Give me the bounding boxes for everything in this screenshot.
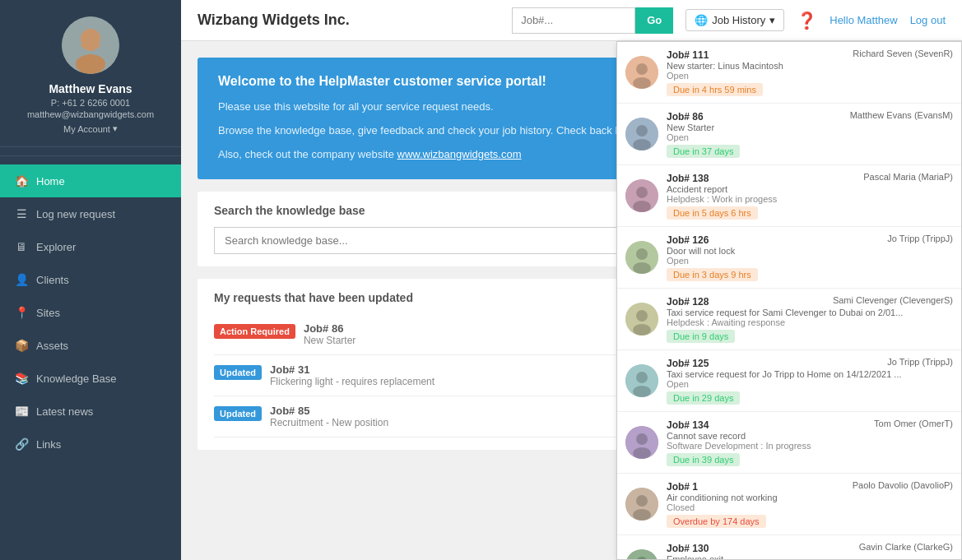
jh-avatar: [625, 549, 658, 560]
jh-desc: Taxi service request for Sami Clevenger …: [667, 308, 953, 317]
svg-point-20: [636, 372, 648, 383]
jh-jobnum: Job# 86: [667, 111, 704, 123]
sidebar-item-knowledge-base[interactable]: 📚Knowledge Base: [0, 362, 181, 395]
jh-due: Due in 5 days 6 hrs: [667, 206, 758, 220]
jh-jobnum: Job# 128: [667, 296, 709, 308]
sidebar-label-links: Links: [36, 438, 61, 451]
sidebar-label-clients: Clients: [36, 274, 69, 286]
my-account-link[interactable]: My Account ▾: [63, 123, 118, 134]
svg-point-9: [633, 139, 651, 150]
jh-due: Due in 39 days: [667, 453, 740, 466]
svg-point-5: [636, 63, 648, 75]
jh-details: Job# 126Jo Tripp (TrippJ) Door will not …: [667, 234, 953, 281]
jh-jobnum: Job# 125: [667, 358, 709, 369]
sidebar-label-assets: Assets: [36, 340, 68, 352]
jh-desc: Employee exit: [667, 554, 953, 560]
job-history-item[interactable]: Job# 86Matthew Evans (EvansM) New Starte…: [617, 104, 961, 165]
req-badge: Updated: [214, 365, 262, 380]
jh-due: Due in 37 days: [667, 145, 740, 158]
jh-assignee: Matthew Evans (EvansM): [850, 110, 953, 120]
job-search-button[interactable]: Go: [635, 7, 673, 34]
jh-due: Due in 29 days: [667, 391, 740, 405]
logout-button[interactable]: Log out: [910, 14, 946, 26]
jh-avatar: [625, 241, 658, 274]
svg-point-12: [633, 201, 651, 212]
jh-assignee: Richard Seven (SevenR): [853, 49, 953, 58]
svg-point-18: [633, 324, 651, 336]
jh-status: Helpdesk : Work in progess: [667, 194, 953, 204]
sidebar-label-sites: Sites: [36, 307, 60, 319]
job-history-button[interactable]: 🌐 Job History ▾: [685, 9, 784, 31]
jh-due: Due in 4 hrs 59 mins: [667, 83, 763, 96]
sidebar-label-knowledge-base: Knowledge Base: [36, 373, 117, 385]
svg-point-8: [636, 125, 648, 137]
sidebar-profile: Matthew Evans P: +61 2 6266 0001 matthew…: [0, 0, 181, 147]
topbar: Wizbang Widgets Inc. Go 🌐 Job History ▾ …: [181, 0, 962, 41]
req-info: Job# 31 Flickering light - requires repl…: [270, 363, 635, 387]
job-history-item[interactable]: Job# 128Sami Clevenger (ClevengerS) Taxi…: [617, 289, 961, 350]
jh-status: Open: [667, 71, 953, 81]
jh-status: Helpdesk : Awaiting response: [667, 317, 953, 327]
svg-point-26: [636, 495, 648, 507]
jh-details: Job# 134Tom Omer (OmerT) Cannot save rec…: [667, 419, 953, 466]
sidebar-item-latest-news[interactable]: 📰Latest news: [0, 395, 181, 428]
svg-point-6: [633, 77, 651, 89]
jh-jobnum: Job# 126: [667, 234, 709, 246]
jh-details: Job# 138Pascal Maria (MariaP) Accident r…: [667, 172, 953, 220]
main-content: Wizbang Widgets Inc. Go 🌐 Job History ▾ …: [181, 0, 962, 560]
jh-desc: Accident report: [667, 184, 953, 194]
job-history-item[interactable]: Job# 130Gavin Clarke (ClarkeG) Employee …: [617, 535, 961, 560]
sidebar-item-sites[interactable]: 📍Sites: [0, 296, 181, 329]
job-history-item[interactable]: Job# 1Paolo Davolio (DavolioP) Air condi…: [617, 474, 961, 535]
jh-avatar: [625, 364, 658, 397]
jh-details: Job# 128Sami Clevenger (ClevengerS) Taxi…: [667, 295, 953, 343]
help-button[interactable]: ❓: [797, 11, 817, 30]
jh-details: Job# 125Jo Tripp (TrippJ) Taxi service r…: [667, 357, 953, 405]
sidebar-label-log-new-request: Log new request: [36, 208, 115, 220]
links-icon: 🔗: [15, 437, 28, 451]
jh-assignee: Jo Tripp (TrippJ): [887, 357, 953, 367]
jh-assignee: Sami Clevenger (ClevengerS): [833, 295, 953, 305]
explorer-icon: 🖥: [15, 240, 28, 253]
sidebar-item-links[interactable]: 🔗Links: [0, 428, 181, 460]
jh-jobnum: Job# 1: [667, 481, 698, 493]
jh-avatar: [625, 118, 658, 150]
job-history-item[interactable]: Job# 138Pascal Maria (MariaP) Accident r…: [617, 165, 961, 227]
jh-jobnum: Job# 111: [667, 49, 709, 61]
user-name: Matthew Evans: [49, 82, 132, 95]
jh-assignee: Paolo Davolio (DavolioP): [853, 480, 953, 490]
latest-news-icon: 📰: [15, 405, 28, 418]
hello-label[interactable]: Hello Matthew: [830, 14, 897, 26]
sidebar-item-assets[interactable]: 📦Assets: [0, 329, 181, 362]
sidebar-item-explorer[interactable]: 🖥Explorer: [0, 230, 181, 263]
sidebar-item-log-new-request[interactable]: ☰Log new request: [0, 197, 181, 230]
jh-jobnum: Job# 130: [667, 543, 709, 554]
sidebar-nav: 🏠Home☰Log new request🖥Explorer👤Clients📍S…: [0, 164, 181, 460]
jh-due: Overdue by 174 days: [667, 515, 766, 528]
job-history-item[interactable]: Job# 126Jo Tripp (TrippJ) Door will not …: [617, 227, 961, 289]
jh-details: Job# 130Gavin Clarke (ClarkeG) Employee …: [667, 542, 953, 560]
clients-icon: 👤: [15, 273, 28, 286]
job-history-item[interactable]: Job# 111Richard Seven (SevenR) New start…: [617, 42, 961, 104]
company-link[interactable]: www.wizbangwidgets.com: [397, 148, 522, 160]
sidebar-label-latest-news: Latest news: [36, 405, 93, 418]
jh-due: Due in 3 days 9 hrs: [667, 268, 758, 281]
sidebar-item-clients[interactable]: 👤Clients: [0, 263, 181, 296]
chevron-down-icon: ▾: [769, 14, 775, 26]
job-search-input[interactable]: [512, 7, 635, 34]
jh-avatar: [625, 426, 658, 459]
job-history-item[interactable]: Job# 125Jo Tripp (TrippJ) Taxi service r…: [617, 350, 961, 412]
job-history-item[interactable]: Job# 134Tom Omer (OmerT) Cannot save rec…: [617, 412, 961, 474]
jh-avatar: [625, 303, 658, 336]
home-icon: 🏠: [15, 174, 28, 187]
svg-point-14: [636, 248, 648, 260]
avatar: [62, 16, 119, 74]
job-history-label: Job History: [712, 14, 765, 26]
jh-status: Open: [667, 132, 953, 142]
sites-icon: 📍: [15, 306, 28, 319]
sidebar-item-home[interactable]: 🏠Home: [0, 164, 181, 197]
svg-point-23: [636, 433, 648, 445]
jh-details: Job# 1Paolo Davolio (DavolioP) Air condi…: [667, 480, 953, 528]
assets-icon: 📦: [15, 339, 28, 352]
svg-point-2: [76, 54, 105, 74]
